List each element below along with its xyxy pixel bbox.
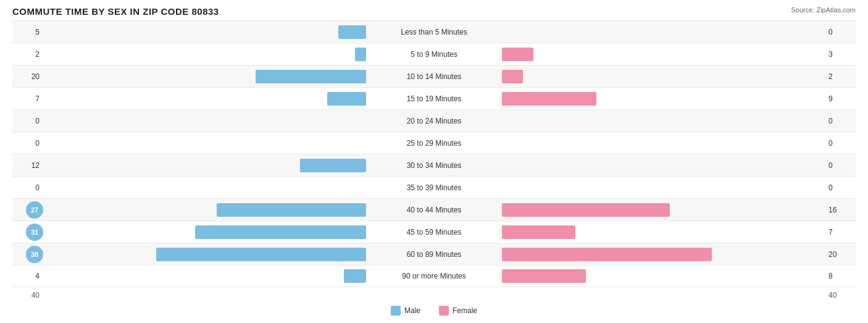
- male-bar-container: [43, 113, 366, 129]
- chart-row: 38 60 to 89 Minutes 20: [12, 243, 856, 265]
- male-bar: [195, 225, 366, 239]
- female-bar: [502, 248, 712, 261]
- male-value: 0: [12, 139, 43, 148]
- male-bar: [338, 25, 366, 39]
- female-bar-container: [502, 69, 825, 85]
- male-bar-container: [43, 91, 366, 107]
- female-value: 9: [825, 94, 856, 103]
- chart-row: 31 45 to 59 Minutes 7: [12, 220, 856, 243]
- female-bar-container: [502, 113, 825, 129]
- axis-right-label: 40: [825, 291, 856, 300]
- row-label: 60 to 89 Minutes: [407, 250, 462, 259]
- female-bar: [502, 48, 533, 61]
- female-bar-container: [502, 46, 825, 62]
- chart-title: COMMUTE TIME BY SEX IN ZIP CODE 80833: [12, 6, 219, 17]
- chart-container: COMMUTE TIME BY SEX IN ZIP CODE 80833 So…: [12, 6, 856, 316]
- male-bar-container: [43, 180, 366, 196]
- male-value: 4: [12, 272, 43, 280]
- female-value: 0: [825, 28, 856, 36]
- chart-row: 2 5 to 9 Minutes 3: [12, 43, 856, 65]
- female-bar: [502, 70, 523, 83]
- female-bar-container: [502, 91, 825, 107]
- row-label: 20 to 24 Minutes: [407, 117, 462, 125]
- female-bar-container: [502, 224, 825, 240]
- row-label: 15 to 19 Minutes: [407, 94, 462, 103]
- male-value-circle: 27: [12, 201, 43, 219]
- female-value: 16: [825, 206, 856, 214]
- male-value: 12: [12, 161, 43, 170]
- male-bar: [300, 159, 366, 172]
- female-value: 8: [825, 272, 856, 280]
- male-value-circle: 31: [12, 224, 43, 241]
- female-value: 2: [825, 72, 856, 81]
- row-label: 30 to 34 Minutes: [407, 161, 462, 170]
- row-label: 5 to 9 Minutes: [411, 50, 457, 59]
- female-bar: [502, 269, 586, 283]
- female-bar-container: [502, 135, 825, 151]
- male-value: 0: [12, 183, 43, 192]
- row-label: 25 to 29 Minutes: [407, 139, 462, 148]
- row-label: 40 to 44 Minutes: [407, 206, 462, 214]
- male-bar-container: [43, 135, 366, 151]
- chart-row: 27 40 to 44 Minutes 16: [12, 198, 856, 220]
- female-value: 3: [825, 50, 856, 59]
- male-bar-container: [43, 46, 366, 62]
- row-label: 90 or more Minutes: [402, 272, 465, 280]
- axis-row: 40 40: [12, 288, 856, 302]
- male-bar: [344, 269, 366, 283]
- female-bar-container: [502, 202, 825, 218]
- male-value: 7: [12, 94, 43, 103]
- female-value: 0: [825, 183, 856, 192]
- male-bar-container: [43, 224, 366, 240]
- chart-inner: 5 Less than 5 Minutes 0 2 5 to 9 Minutes…: [12, 20, 856, 287]
- female-value: 0: [825, 161, 856, 170]
- female-bar-container: [502, 24, 825, 40]
- chart-row: 12 30 to 34 Minutes 0: [12, 154, 856, 176]
- female-value: 20: [825, 250, 856, 259]
- row-label: 10 to 14 Minutes: [407, 72, 462, 81]
- male-bar-container: [43, 202, 366, 218]
- female-bar: [502, 203, 670, 217]
- male-bar: [217, 203, 366, 217]
- female-swatch: [439, 306, 449, 316]
- male-bar: [256, 70, 366, 83]
- female-bar-container: [502, 246, 825, 262]
- male-bar-container: [43, 69, 366, 85]
- male-value-circle: 38: [12, 246, 43, 263]
- row-label: 45 to 59 Minutes: [407, 228, 462, 237]
- chart-row: 0 25 to 29 Minutes 0: [12, 132, 856, 154]
- female-value: 0: [825, 139, 856, 148]
- male-bar-container: [43, 24, 366, 40]
- male-swatch: [391, 306, 401, 316]
- male-label: Male: [404, 306, 420, 315]
- female-bar-container: [502, 180, 825, 196]
- chart-row: 4 90 or more Minutes 8: [12, 265, 856, 287]
- male-bar-container: [43, 268, 366, 284]
- female-value: 7: [825, 228, 856, 237]
- legend-female: Female: [439, 306, 477, 316]
- legend-male: Male: [391, 306, 420, 316]
- chart-row: 20 10 to 14 Minutes 2: [12, 65, 856, 87]
- female-bar: [502, 225, 575, 239]
- female-value: 0: [825, 117, 856, 125]
- female-label: Female: [453, 306, 477, 315]
- male-bar-container: [43, 246, 366, 262]
- male-bar: [156, 248, 366, 261]
- male-value: 5: [12, 28, 43, 36]
- legend: Male Female: [12, 306, 856, 316]
- source-label: Source: ZipAtlas.com: [791, 6, 856, 14]
- row-label: Less than 5 Minutes: [401, 28, 467, 36]
- female-bar-container: [502, 157, 825, 174]
- chart-row: 0 20 to 24 Minutes 0: [12, 109, 856, 132]
- female-bar-container: [502, 268, 825, 284]
- row-label: 35 to 39 Minutes: [407, 183, 462, 192]
- female-bar: [502, 92, 596, 106]
- male-bar: [355, 48, 366, 61]
- chart-row: 5 Less than 5 Minutes 0: [12, 20, 856, 43]
- male-bar: [327, 92, 366, 106]
- male-value: 2: [12, 50, 43, 59]
- chart-row: 7 15 to 19 Minutes 9: [12, 87, 856, 109]
- chart-row: 0 35 to 39 Minutes 0: [12, 176, 856, 198]
- male-value: 20: [12, 72, 43, 81]
- male-value: 0: [12, 117, 43, 125]
